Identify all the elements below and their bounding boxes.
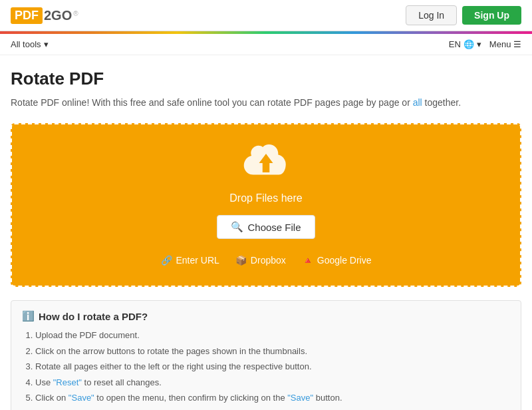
language-selector[interactable]: EN 🌐 ▾ [449, 39, 481, 49]
cloud-upload-icon [243, 144, 289, 184]
logo: PDF 2GO ® [11, 7, 78, 24]
page-description: Rotate PDF online! With this free and sa… [11, 96, 521, 110]
hamburger-icon: ☰ [513, 39, 521, 49]
all-tools-menu[interactable]: All tools ▾ [11, 39, 49, 49]
upload-options: 🔗 Enter URL 📦 Dropbox 🔺 Google Drive [25, 255, 507, 266]
how-to-step-5: Click on "Save" to open the menu, then c… [35, 391, 510, 405]
google-drive-icon: 🔺 [302, 255, 313, 266]
page-desc-text1: Rotate PDF online! With this free and sa… [11, 97, 413, 108]
how-to-step-3: Rotate all pages either to the left or t… [35, 360, 510, 373]
page-desc-link[interactable]: all [413, 97, 422, 108]
login-button[interactable]: Log In [406, 5, 457, 25]
choose-file-label: Choose File [247, 222, 301, 233]
how-to-title-text: How do I rotate a PDF? [39, 311, 148, 322]
lang-label: EN [449, 39, 461, 49]
info-icon: ℹ️ [22, 310, 35, 322]
how-to-step-2: Click on the arrow buttons to rotate the… [35, 345, 510, 358]
drop-files-text: Drop Files here [25, 192, 507, 204]
menu-button[interactable]: Menu ☰ [489, 39, 521, 49]
enter-url-option[interactable]: 🔗 Enter URL [161, 255, 219, 266]
menu-label: Menu [489, 39, 511, 49]
reset-link[interactable]: "Reset" [53, 377, 82, 387]
logo-prefix: PDF [11, 7, 43, 24]
link-icon: 🔗 [161, 255, 172, 266]
how-to-step-4: Use "Reset" to reset all changes. [35, 376, 510, 389]
page-title: Rotate PDF [11, 69, 521, 89]
all-tools-label: All tools [11, 39, 41, 49]
signup-button[interactable]: Sign Up [462, 6, 521, 25]
nav-right: EN 🌐 ▾ Menu ☰ [449, 39, 521, 49]
dropbox-label: Dropbox [251, 255, 286, 266]
enter-url-label: Enter URL [176, 255, 219, 266]
page-desc-text2: together. [422, 97, 461, 108]
choose-file-button[interactable]: 🔍 Choose File [217, 215, 315, 239]
save-link[interactable]: "Save" [68, 393, 94, 403]
logo-text: 2GO [44, 8, 72, 23]
logo-registered: ® [73, 10, 78, 17]
chevron-down-icon: ▾ [477, 39, 481, 49]
google-drive-option[interactable]: 🔺 Google Drive [302, 255, 372, 266]
globe-icon: 🌐 [464, 39, 474, 49]
how-to-title: ℹ️ How do I rotate a PDF? [22, 310, 510, 322]
dropbox-icon: 📦 [235, 255, 247, 266]
upload-area[interactable]: Drop Files here 🔍 Choose File 🔗 Enter UR… [11, 123, 521, 287]
how-to-section: ℹ️ How do I rotate a PDF? Upload the PDF… [11, 300, 521, 410]
search-icon: 🔍 [231, 221, 243, 233]
chevron-down-icon: ▾ [44, 39, 49, 49]
header-buttons: Log In Sign Up [406, 5, 521, 25]
header: PDF 2GO ® Log In Sign Up [0, 0, 532, 31]
save-link2[interactable]: "Save" [287, 393, 313, 403]
main-content: Rotate PDF Rotate PDF online! With this … [0, 55, 532, 410]
dropbox-option[interactable]: 📦 Dropbox [235, 255, 286, 266]
how-to-step-1: Upload the PDF document. [35, 329, 510, 342]
how-to-list: Upload the PDF document.Click on the arr… [22, 329, 510, 405]
google-drive-label: Google Drive [317, 255, 372, 266]
nav-bar: All tools ▾ EN 🌐 ▾ Menu ☰ [0, 34, 532, 55]
